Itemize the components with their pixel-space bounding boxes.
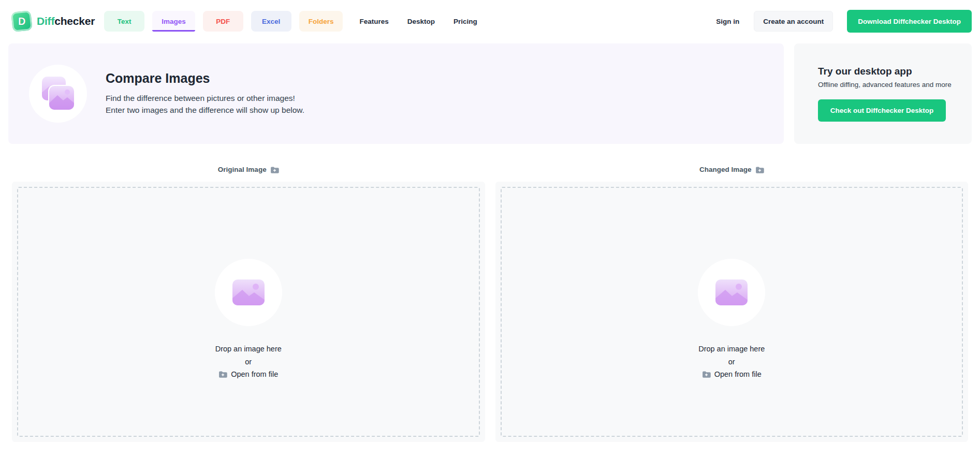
promo-title: Try our desktop app — [818, 66, 972, 77]
hero-description-line2: Enter two images and the difference will… — [106, 106, 304, 114]
nav-links: Features Desktop Pricing — [359, 18, 477, 25]
folder-plus-icon[interactable] — [270, 166, 279, 173]
page-title: Compare Images — [106, 71, 304, 86]
folder-plus-icon — [218, 371, 227, 378]
original-dropzone-dashed-area: Drop an image here or Open from file — [17, 187, 480, 437]
logo-word-diff: Diff — [37, 15, 54, 27]
original-image-header: Original Image — [12, 166, 485, 173]
diff-type-tabs: Text Images PDF Excel Folders — [104, 11, 343, 32]
hero-text-block: Compare Images Find the difference betwe… — [106, 71, 304, 116]
changed-dropzone-dashed-area: Drop an image here or Open from file — [501, 187, 963, 437]
top-navbar: D Diffchecker Text Images PDF Excel Fold… — [0, 0, 980, 42]
tab-pdf[interactable]: PDF — [203, 11, 243, 32]
diffchecker-logo[interactable]: D Diffchecker — [12, 11, 95, 31]
sign-in-link[interactable]: Sign in — [716, 18, 739, 25]
download-desktop-button[interactable]: Download Diffchecker Desktop — [847, 10, 972, 33]
open-from-file-button[interactable]: Open from file — [218, 370, 278, 378]
original-image-label: Original Image — [218, 166, 267, 173]
image-icon — [715, 279, 748, 305]
or-text: or — [245, 358, 252, 366]
tab-images[interactable]: Images — [152, 11, 195, 32]
logo-word-checker: checker — [54, 15, 95, 27]
image-icon — [232, 279, 265, 305]
drop-hint-text: Drop an image here — [215, 345, 282, 353]
desktop-promo-panel: Try our desktop app Offline diffing, adv… — [794, 43, 972, 144]
dropzones-row: Drop an image here or Open from file — [0, 182, 980, 442]
nav-link-features[interactable]: Features — [359, 18, 388, 25]
dropzone-headers: Original Image Changed Image — [0, 166, 980, 173]
logo-letter: D — [18, 16, 25, 27]
open-from-file-label: Open from file — [714, 370, 762, 378]
image-placeholder-circle — [215, 259, 282, 326]
changed-image-header: Changed Image — [495, 166, 969, 173]
overlapping-photos-icon — [40, 76, 76, 111]
tab-folders[interactable]: Folders — [299, 11, 343, 32]
tab-text[interactable]: Text — [104, 11, 144, 32]
promo-subtitle: Offline diffing, advanced features and m… — [818, 81, 972, 89]
folder-plus-icon[interactable] — [755, 166, 764, 173]
check-out-desktop-button[interactable]: Check out Diffchecker Desktop — [818, 99, 946, 122]
hero-row: Compare Images Find the difference betwe… — [0, 42, 980, 144]
hero-description: Find the difference between pictures or … — [106, 93, 304, 116]
drop-hint-text: Drop an image here — [698, 345, 765, 353]
or-text: or — [728, 358, 735, 366]
tab-excel[interactable]: Excel — [251, 11, 291, 32]
changed-image-dropzone[interactable]: Drop an image here or Open from file — [495, 182, 969, 442]
hero-description-line1: Find the difference between pictures or … — [106, 94, 295, 102]
create-account-button[interactable]: Create an account — [754, 11, 833, 32]
hero-panel: Compare Images Find the difference betwe… — [8, 43, 784, 144]
open-from-file-label: Open from file — [231, 370, 278, 378]
folder-plus-icon — [702, 371, 711, 378]
changed-image-label: Changed Image — [699, 166, 752, 173]
diffchecker-logo-icon: D — [11, 10, 33, 32]
original-image-dropzone[interactable]: Drop an image here or Open from file — [12, 182, 485, 442]
nav-link-desktop[interactable]: Desktop — [407, 18, 435, 25]
image-placeholder-circle — [698, 259, 765, 326]
nav-link-pricing[interactable]: Pricing — [454, 18, 477, 25]
compare-images-icon — [29, 65, 87, 123]
logo-wordmark: Diffchecker — [37, 15, 95, 27]
navbar-actions: Sign in Create an account Download Diffc… — [716, 10, 972, 33]
open-from-file-button[interactable]: Open from file — [702, 370, 762, 378]
